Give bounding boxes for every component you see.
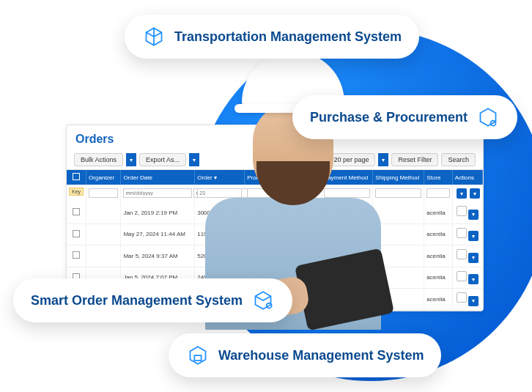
cell-organizer: [86, 223, 121, 245]
col-order-date[interactable]: Order Date: [121, 170, 195, 185]
row-action-menu[interactable]: ▾: [468, 274, 479, 284]
cell-date: Mar 5, 2024 9:37 AM: [121, 245, 195, 267]
export-as-button[interactable]: Export As...: [139, 153, 186, 166]
filter-action1[interactable]: ▾: [457, 188, 467, 199]
col-store[interactable]: Store: [424, 170, 452, 185]
key-filter-badge[interactable]: Key: [69, 188, 84, 196]
pill-tms[interactable]: Transportation Management System: [125, 15, 419, 59]
pill-pp[interactable]: Purchase & Procurement: [292, 95, 517, 139]
row-action-edit[interactable]: [457, 206, 467, 216]
row-action-edit[interactable]: [457, 292, 467, 303]
select-all-checkbox[interactable]: [67, 170, 86, 185]
cell-actions: ▾: [452, 202, 482, 223]
pill-wms-label: Warehouse Management System: [218, 348, 424, 363]
bulk-actions-button[interactable]: Bulk Actions: [74, 153, 123, 166]
cell-store: acenlla: [424, 223, 452, 245]
date-from-filter[interactable]: [123, 188, 192, 198]
row-checkbox[interactable]: [73, 230, 80, 237]
row-action-menu[interactable]: ▾: [468, 253, 479, 263]
cell-organizer: [86, 245, 121, 267]
row-action-edit[interactable]: [457, 228, 467, 238]
bulk-actions-caret[interactable]: ▾: [126, 153, 136, 166]
row-action-edit[interactable]: [457, 249, 467, 259]
order-box-icon: [251, 289, 275, 312]
cell-store: acenlla: [424, 202, 452, 223]
search-button[interactable]: Search: [441, 153, 476, 166]
pill-som-label: Smart Order Management System: [31, 293, 243, 308]
cell-date: May 27, 2024 11:44 AM: [121, 223, 195, 245]
row-action-menu[interactable]: ▾: [468, 296, 479, 306]
col-actions: Actions: [452, 170, 482, 185]
row-checkbox[interactable]: [73, 251, 80, 259]
cell-actions: ▾: [452, 289, 482, 311]
pill-pp-label: Purchase & Procurement: [310, 110, 468, 125]
warehouse-icon: [186, 344, 210, 367]
cell-organizer: [86, 202, 121, 223]
row-action-edit[interactable]: [457, 271, 467, 281]
reset-filter-button[interactable]: Reset Filter: [391, 153, 438, 166]
cart-box-icon: [476, 106, 500, 129]
cell-store: acenlla: [424, 245, 452, 267]
cell-actions: ▾: [452, 223, 482, 245]
organizer-filter-input[interactable]: [89, 188, 118, 198]
pill-tms-label: Transportation Management System: [174, 29, 402, 45]
cell-actions: ▾: [452, 267, 482, 289]
pill-wms[interactable]: Warehouse Management System: [169, 333, 441, 377]
row-checkbox[interactable]: [73, 208, 80, 215]
store-filter-input[interactable]: [426, 188, 449, 198]
cell-date: Jan 2, 2019 2:19 PM: [121, 202, 195, 223]
filter-action2[interactable]: ▾: [470, 188, 480, 199]
row-action-menu[interactable]: ▾: [468, 210, 479, 220]
pill-som[interactable]: Smart Order Management System: [13, 278, 292, 322]
col-organizer[interactable]: Organizer: [86, 170, 121, 185]
row-action-menu[interactable]: ▾: [468, 231, 479, 241]
box-icon: [142, 25, 166, 48]
cell-store: acenlla: [424, 267, 452, 289]
cell-store: acenlla: [424, 289, 452, 311]
cell-actions: ▾: [452, 245, 482, 267]
